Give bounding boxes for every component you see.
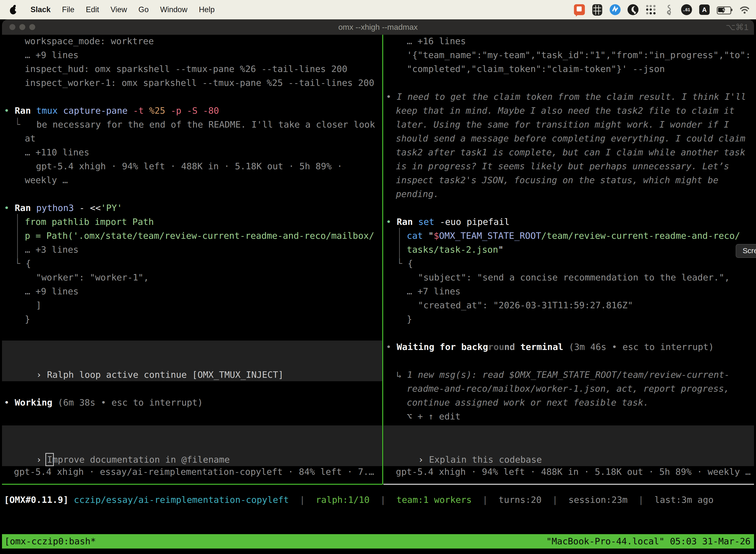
terminal-text-segment: ↳ xyxy=(396,370,407,380)
terminal-text-segment: -p -S -80 xyxy=(171,106,219,116)
terminal-text-segment: ralph:1/10 xyxy=(316,495,370,505)
left-pane-border xyxy=(2,484,382,485)
terminal-line: weekly … xyxy=(25,173,68,187)
terminal-text-segment: (6m 38s • esc to interrupt) xyxy=(58,397,203,407)
terminal-text-segment: | xyxy=(542,495,568,505)
terminal-line: later. Using the same for transition mig… xyxy=(396,118,729,131)
terminal-text-segment: └ xyxy=(15,258,25,269)
blue-badge-icon[interactable] xyxy=(610,4,621,15)
menu-item-edit[interactable]: Edit xyxy=(80,5,105,14)
terminal-text-segment: continue assigned work or next feasible … xyxy=(407,397,649,407)
terminal-line: • Ran python3 - <<'PY' xyxy=(4,201,122,215)
terminal-text-segment: └ xyxy=(15,119,37,129)
terminal-text-segment: last:3m ago xyxy=(654,495,713,505)
terminal-text-segment: be necessary for the end of the README. … xyxy=(37,119,375,129)
terminal-text-segment: python3 xyxy=(36,203,79,213)
terminal-line: … +7 lines xyxy=(407,284,460,298)
terminal-text-segment: workspace_mode: worktree xyxy=(25,36,154,46)
terminal-line: inspect_hud: omx sparkshell --tmux-pane … xyxy=(25,62,347,76)
terminal-text-segment: at xyxy=(25,133,36,144)
terminal-text-segment: " xyxy=(498,244,504,255)
terminal-text-segment: from pathlib import Path xyxy=(25,217,154,227)
terminal-text-segment: | xyxy=(289,495,316,505)
terminal-line: at xyxy=(25,131,36,146)
terminal-line: … +9 lines xyxy=(25,48,79,62)
terminal-text-segment: | xyxy=(370,495,396,505)
terminal-line: ] xyxy=(36,298,42,312)
terminal-text-segment: p = Path('.omx/state/team/review-current… xyxy=(25,231,374,241)
terminal-line: "worker": "worker-1", xyxy=(36,271,149,284)
count-badge-icon[interactable]: ..61 xyxy=(681,4,692,15)
input-source-icon[interactable]: A xyxy=(699,4,710,15)
chat-app-icon[interactable] xyxy=(574,4,585,15)
terminal-line: gpt-5.4 xhigh · 94% left · 488K in · 5.1… xyxy=(396,465,751,479)
tool-output-connector xyxy=(17,214,18,258)
battery-icon[interactable] xyxy=(717,4,732,15)
terminal-text-segment: terminal xyxy=(515,342,563,352)
omx-status-line: [OMX#0.11.9] cczip/essay/ai-reimplementa… xyxy=(4,493,713,507)
terminal-line: p = Path('.omx/state/team/review-current… xyxy=(25,229,374,243)
terminal-line: gpt-5.4 xhigh · essay/ai-reimplementatio… xyxy=(14,465,374,479)
terminal-line: inspect task2's JSON, focusing on the st… xyxy=(396,173,718,187)
terminal-text-segment: cczip/essay/ai-reimplementation-copyleft xyxy=(74,495,289,505)
menu-item-go[interactable]: Go xyxy=(133,5,154,14)
menu-item-help[interactable]: Help xyxy=(193,5,220,14)
terminal-line: • Ran set -euo pipefail xyxy=(386,215,510,229)
terminal-text-segment: "subject": "send a concise recommendatio… xyxy=(418,272,730,282)
terminal-line: should send a message before completing … xyxy=(396,131,745,146)
wifi-icon[interactable] xyxy=(739,4,750,15)
menu-item-window[interactable]: Window xyxy=(154,5,193,14)
prompt-chevron-icon: › xyxy=(36,370,47,380)
terminal-text-segment: "completed","claim_token":"claim-token"}… xyxy=(407,64,665,74)
screen: SlackFileEditViewGoWindowHelp xyxy=(0,0,756,554)
terminal-text-segment: └ xyxy=(397,258,407,269)
terminal-text-segment: tmux xyxy=(36,106,63,116)
terminal-text-segment: Ran xyxy=(15,203,36,213)
terminal-line: "completed","claim_token":"claim-token"}… xyxy=(407,62,665,76)
terminal-text-segment: "worker": "worker-1", xyxy=(36,272,149,282)
tmux-session-name: [omx-cczip0:bash* xyxy=(4,534,96,549)
terminal-text-segment: { xyxy=(25,258,31,269)
terminal-text-segment: -euo pipefail xyxy=(440,217,510,227)
terminal-text-segment: } xyxy=(25,314,30,324)
menu-left: SlackFileEditViewGoWindowHelp xyxy=(0,4,220,15)
prompt-input-left[interactable]: › Improve documentation in @filename xyxy=(2,426,382,466)
terminal-line: '{"team_name":"my-team","task_id":"1","f… xyxy=(407,48,751,62)
terminal-text-segment: capture-pane xyxy=(63,106,133,116)
terminal-text-segment: 'PY' xyxy=(101,203,122,213)
terminal-text-segment: rou xyxy=(488,342,504,352)
grid-shield-icon[interactable] xyxy=(592,4,603,15)
apple-menu-icon[interactable] xyxy=(8,4,18,15)
menu-item-file[interactable]: File xyxy=(56,5,80,14)
prompt-input-right[interactable]: › Explain this codebase xyxy=(383,426,754,466)
terminal-text-segment: … +16 lines xyxy=(407,36,466,46)
terminal-text-segment: readme-and-reco/mailbox/worker-1.json, a… xyxy=(407,384,729,394)
terminal-line: keep that in mind. Maybe I also need the… xyxy=(396,104,735,118)
ralph-loop-text: Ralph loop active continue [OMX_TMUX_INJ… xyxy=(47,370,284,380)
dots-grid-icon[interactable] xyxy=(645,4,656,15)
terminal-text-segment: (3m 46s • esc to interrupt) xyxy=(563,342,714,352)
menu-item-view[interactable]: View xyxy=(105,5,133,14)
terminal-line: "created_at": "2026-03-31T11:59:27.816Z" xyxy=(418,298,633,312)
terminal-text-segment: keep that in mind. Maybe I also need the… xyxy=(396,106,735,116)
terminal-text-segment: • xyxy=(386,217,397,227)
squiggle-icon[interactable] xyxy=(663,4,674,15)
tool-output-connector xyxy=(399,228,400,258)
prompt-placeholder-right: Explain this codebase xyxy=(429,454,542,465)
terminal-line: workspace_mode: worktree xyxy=(25,34,154,48)
terminal-text-segment: … +9 lines xyxy=(25,50,79,60)
terminal-line: └ { xyxy=(15,257,31,271)
crescent-circle-icon[interactable] xyxy=(628,4,638,15)
terminal-text-segment: weekly … xyxy=(25,175,68,185)
terminal-text-segment: tasks/task-2.json xyxy=(407,244,498,255)
terminal-text-segment: { xyxy=(407,258,413,269)
terminal-text-segment: • xyxy=(4,397,15,407)
terminal-line: continue assigned work or next feasible … xyxy=(407,396,649,409)
terminal-text-segment: … +110 lines xyxy=(25,147,89,157)
terminal-text-segment: " xyxy=(428,231,434,241)
terminal-line: readme-and-reco/mailbox/worker-1.json, a… xyxy=(407,382,729,396)
menu-item-slack[interactable]: Slack xyxy=(25,5,56,14)
tmux-pane-divider[interactable] xyxy=(382,35,383,485)
terminal-text-segment: Working xyxy=(15,397,58,407)
text-cursor: I xyxy=(47,454,52,465)
